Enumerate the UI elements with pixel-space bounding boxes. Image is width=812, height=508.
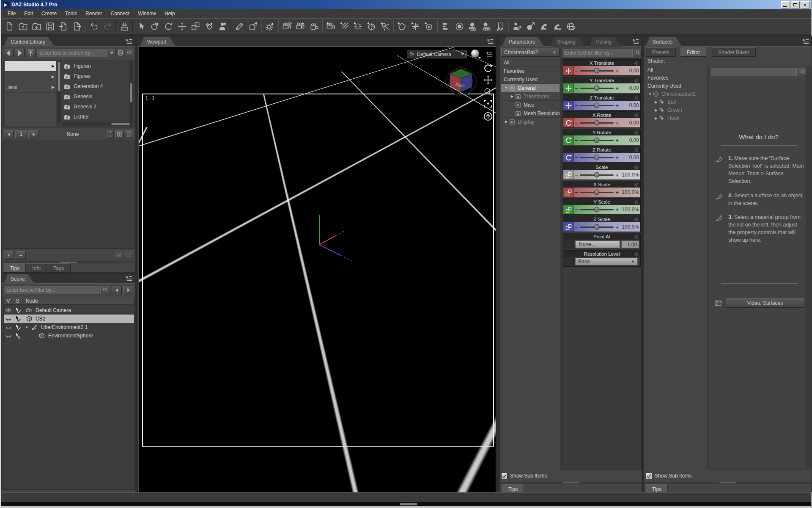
pane-options-icon[interactable] (802, 38, 810, 45)
eye-hidden-icon[interactable] (4, 315, 13, 322)
redo-button[interactable] (101, 20, 114, 33)
expander-right-icon[interactable]: ▶ (510, 94, 515, 98)
slider-increment[interactable]: + (614, 102, 620, 109)
rotate-selection-tool-button[interactable] (148, 20, 162, 33)
tab-parameters[interactable]: Parameters (502, 37, 544, 47)
tab-presets[interactable]: Presets (646, 47, 676, 57)
slider-track[interactable] (580, 105, 614, 106)
import-file-button[interactable] (57, 20, 70, 33)
gear-icon[interactable] (634, 182, 639, 187)
content-install-button[interactable] (118, 20, 131, 33)
selectable-icon[interactable] (13, 324, 22, 331)
gear-icon[interactable] (634, 147, 639, 152)
new-camera-button[interactable] (324, 20, 337, 33)
tab-tips[interactable]: Tips (4, 263, 26, 273)
content-database-button[interactable] (564, 20, 578, 33)
new-primitive-button[interactable] (395, 20, 409, 33)
search-icon[interactable] (100, 286, 110, 294)
figure-setup-button[interactable] (510, 20, 524, 33)
export-file-button[interactable] (70, 20, 84, 33)
nav-item-all[interactable]: All (501, 58, 560, 67)
database-icon[interactable] (117, 49, 124, 57)
nav-item-christmasball2[interactable]: ▼ChristmasBall2 (645, 90, 707, 98)
slider-increment[interactable]: + (614, 155, 620, 161)
render-script-button[interactable] (493, 20, 507, 33)
eye-hidden-icon[interactable] (4, 332, 13, 339)
gear-icon[interactable] (634, 251, 639, 257)
tab-shader-baker[interactable]: Shader Baker (712, 47, 755, 57)
tree-scrollbar[interactable] (57, 61, 61, 123)
expander-right-icon[interactable]: ▶ (653, 108, 658, 112)
morphs-bend-button[interactable] (537, 20, 551, 33)
folders-scrollbar[interactable] (129, 61, 133, 123)
camera-view-button[interactable] (307, 20, 321, 33)
view-cube[interactable]: Right Front Top (444, 66, 478, 99)
nav-item-ball[interactable]: ▶Ball (645, 98, 707, 106)
expander-down-icon[interactable]: ▼ (25, 326, 30, 329)
options-button[interactable] (125, 251, 133, 259)
surfaces-filter-input[interactable] (710, 68, 797, 76)
folder-item-genesis-2[interactable]: SGenesis 2 (63, 102, 127, 112)
nav-item-all[interactable]: All (645, 66, 707, 74)
gear-icon[interactable] (634, 112, 639, 118)
surface-selection-tool-button[interactable] (202, 20, 216, 33)
slider-decrement[interactable]: − (574, 224, 579, 230)
slider-track[interactable] (580, 209, 614, 210)
library-side-item[interactable]: ▶ (5, 72, 56, 82)
nav-item-favorites[interactable]: Favorites (501, 67, 560, 75)
nav-item-general[interactable]: ▼GGeneral (501, 84, 560, 92)
menu-item-help[interactable]: Help (160, 9, 179, 18)
eye-hidden-icon[interactable] (4, 324, 13, 331)
remove-button[interactable]: − (16, 251, 26, 260)
gear-icon[interactable] (634, 130, 639, 135)
nav-item-transforms[interactable]: ▶GTransforms (501, 92, 560, 101)
lock-button[interactable] (115, 251, 123, 259)
slider-handle[interactable] (594, 120, 600, 126)
folder-item-figuren[interactable]: SFiguren (63, 61, 127, 71)
slider-decrement[interactable]: − (574, 189, 579, 196)
nav-item-misc[interactable]: GMisc (501, 101, 560, 109)
menu-item-file[interactable]: File (3, 9, 20, 18)
slider-decrement[interactable]: − (574, 85, 579, 91)
minimize-button[interactable] (781, 1, 790, 8)
content-search-input[interactable] (37, 49, 107, 57)
back-button[interactable] (4, 49, 14, 57)
pane-options-icon[interactable] (125, 38, 133, 45)
slider-increment[interactable]: + (614, 120, 620, 126)
gear-icon[interactable] (634, 199, 639, 204)
new-spotlight-button[interactable] (378, 20, 392, 33)
rotate-tool-button[interactable] (162, 20, 175, 33)
pane-splitter[interactable] (500, 482, 642, 484)
new-target-button[interactable] (422, 20, 436, 33)
tab-surfaces[interactable]: Surfaces (646, 37, 682, 47)
tab-shaping[interactable]: Shaping (550, 37, 585, 47)
orbit-camera-icon[interactable] (483, 63, 494, 74)
search-icon[interactable] (634, 49, 642, 57)
render-queue-button[interactable] (480, 20, 493, 33)
slider-handle[interactable] (594, 224, 600, 230)
grid-view-button[interactable] (115, 130, 123, 138)
scene-filter-input[interactable] (4, 286, 99, 294)
slider-handle[interactable] (594, 172, 600, 178)
slider-decrement[interactable]: − (574, 172, 579, 178)
menu-item-create[interactable]: Create (37, 9, 61, 18)
gear-icon[interactable] (634, 164, 639, 170)
new-distant-light-button[interactable] (337, 20, 351, 33)
not-selectable-icon[interactable] (13, 332, 22, 339)
slider-track[interactable] (580, 174, 614, 176)
panel-scrollbar[interactable] (807, 66, 811, 469)
draw-style-button[interactable] (471, 50, 480, 59)
tool-settings-button[interactable] (263, 20, 277, 33)
selectable-icon[interactable] (13, 315, 22, 322)
folder-item-lichter[interactable]: SLichter (63, 112, 127, 122)
tab-editor[interactable]: Editor (680, 47, 706, 57)
camera-cursor-button[interactable] (294, 20, 307, 33)
slider-increment[interactable]: + (614, 85, 620, 91)
merge-file-button[interactable] (30, 20, 43, 33)
prev-page-button[interactable] (4, 130, 14, 138)
column-splitter[interactable] (707, 66, 709, 469)
tab-posing[interactable]: Posing (589, 37, 621, 47)
slider-track[interactable] (580, 192, 614, 193)
viewport-3d-view[interactable]: 1 : 1 Default Camera (138, 47, 496, 493)
zoom-in-button[interactable]: + (107, 130, 114, 134)
